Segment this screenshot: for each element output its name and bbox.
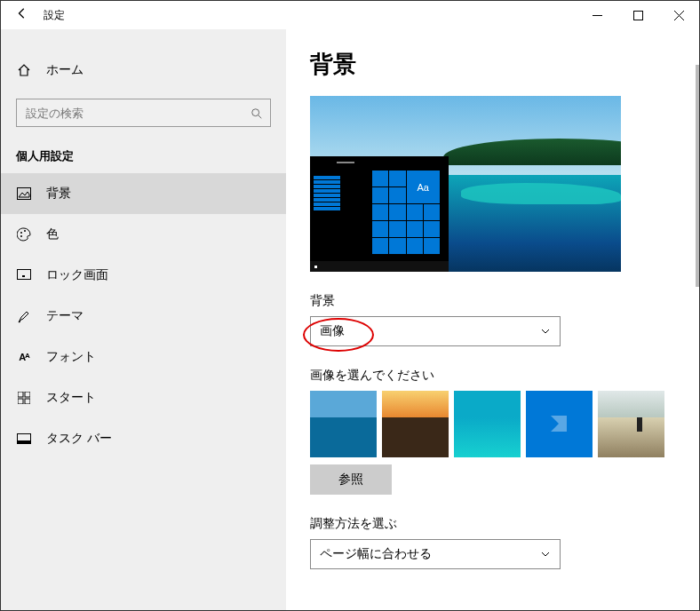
sidebar-item-themes[interactable]: テーマ [1, 296, 286, 337]
close-button[interactable] [658, 1, 699, 29]
sidebar-item-lockscreen[interactable]: ロック画面 [1, 255, 286, 296]
palette-icon [16, 227, 32, 242]
maximize-button[interactable] [617, 1, 658, 29]
picture-icon [16, 187, 32, 200]
sidebar-item-background[interactable]: 背景 [1, 173, 286, 214]
image-thumbnails [310, 391, 699, 457]
search-field[interactable] [17, 99, 270, 126]
font-icon: AA [16, 352, 32, 362]
sidebar-item-colors[interactable]: 色 [1, 214, 286, 255]
svg-point-2 [252, 109, 259, 116]
svg-rect-11 [25, 392, 30, 397]
fit-select[interactable]: ページ幅に合わせる [310, 539, 561, 569]
choose-image-label: 画像を選んでください [310, 368, 699, 384]
svg-rect-8 [18, 270, 31, 280]
svg-rect-9 [22, 275, 25, 277]
home-link[interactable]: ホーム [1, 49, 286, 91]
svg-rect-10 [18, 392, 23, 397]
svg-rect-15 [18, 440, 30, 443]
home-label: ホーム [46, 62, 84, 78]
sidebar-item-label: 色 [46, 226, 59, 242]
taskbar-icon [16, 433, 32, 444]
preview-desktop: Aa [310, 156, 449, 272]
fit-value: ページ幅に合わせる [320, 546, 432, 562]
sidebar-item-label: スタート [46, 390, 96, 406]
search-icon [251, 99, 263, 128]
title-bar: 設定 [1, 1, 699, 29]
brush-icon [16, 309, 32, 323]
start-icon [16, 392, 32, 404]
bg-type-value: 画像 [320, 323, 345, 339]
sidebar-section-title: 個人用設定 [1, 127, 286, 173]
svg-line-3 [259, 115, 262, 119]
svg-point-7 [20, 235, 22, 237]
sidebar-item-start[interactable]: スタート [1, 377, 286, 418]
sidebar-item-label: フォント [46, 349, 96, 365]
svg-point-5 [20, 232, 22, 234]
bg-type-select[interactable]: 画像 [310, 316, 561, 346]
thumb-1[interactable] [310, 391, 377, 457]
sidebar-item-label: ロック画面 [46, 267, 108, 283]
svg-rect-13 [25, 399, 30, 404]
browse-button[interactable]: 参照 [310, 464, 392, 495]
page-title: 背景 [310, 49, 699, 80]
back-button[interactable] [1, 1, 44, 29]
fit-label: 調整方法を選ぶ [310, 516, 699, 532]
home-icon [16, 63, 32, 77]
bg-type-label: 背景 [310, 293, 699, 309]
scrollbar[interactable] [696, 65, 699, 287]
sidebar-item-fonts[interactable]: AA フォント [1, 337, 286, 377]
svg-point-6 [24, 230, 26, 232]
thumb-4[interactable] [526, 391, 593, 457]
svg-rect-12 [18, 399, 23, 404]
sidebar-item-taskbar[interactable]: タスク バー [1, 418, 286, 459]
search-input[interactable] [16, 99, 271, 127]
thumb-2[interactable] [382, 391, 449, 457]
sidebar-item-label: 背景 [46, 186, 71, 202]
thumb-5[interactable] [598, 391, 664, 457]
main-panel: 背景 Aa 背景 画像 [286, 29, 699, 610]
chevron-down-icon [540, 325, 551, 339]
sidebar-item-label: テーマ [46, 308, 84, 324]
sidebar-item-label: タスク バー [46, 431, 112, 447]
thumb-3[interactable] [454, 391, 521, 457]
window-title: 設定 [44, 8, 65, 23]
background-preview: Aa [310, 96, 621, 272]
lockscreen-icon [16, 269, 32, 282]
svg-rect-1 [633, 11, 642, 20]
sidebar: ホーム 個人用設定 背景 色 ロ [1, 29, 286, 610]
minimize-button[interactable] [577, 1, 617, 29]
preview-tile-aa: Aa [407, 171, 441, 203]
chevron-down-icon [540, 548, 551, 562]
